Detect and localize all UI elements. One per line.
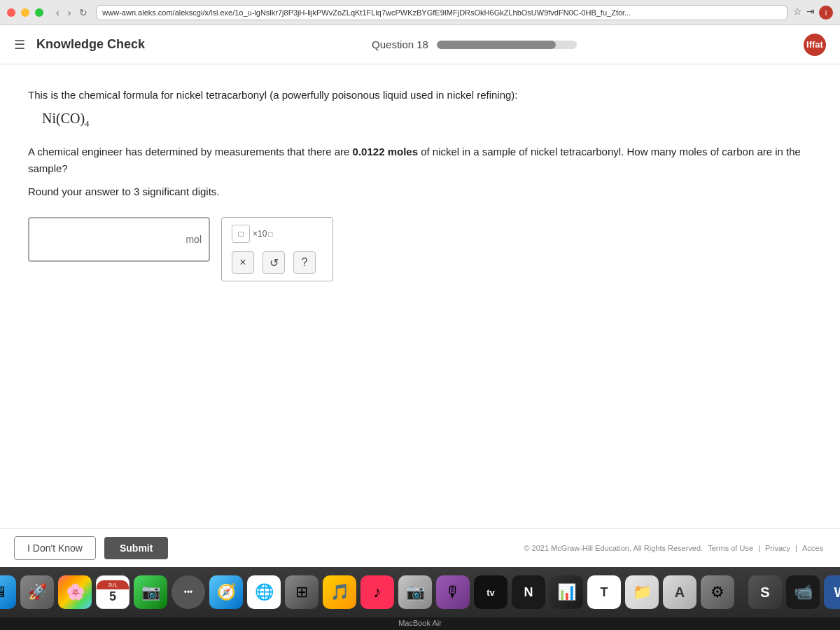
facetime-icon: 📷 xyxy=(141,583,160,601)
help-button[interactable]: ? xyxy=(293,251,316,274)
dock-stocks-n[interactable]: N xyxy=(512,575,545,609)
dock-notes[interactable]: 🎵 xyxy=(323,575,356,609)
question-label: Question 18 xyxy=(372,38,428,50)
dock-s-app[interactable]: S xyxy=(748,575,782,609)
sci-exponent: □ xyxy=(268,230,272,238)
launchpad-icon: 🚀 xyxy=(28,583,47,601)
sci-box: □ xyxy=(232,225,250,243)
terms-link[interactable]: Terms of Use xyxy=(708,544,753,552)
maximize-btn[interactable] xyxy=(35,8,43,17)
unit-label: mol xyxy=(186,234,202,245)
accessibility-icon: A xyxy=(675,584,685,601)
extension-icon[interactable]: ⇥ xyxy=(806,6,815,20)
progress-fill xyxy=(437,41,556,49)
url-bar[interactable]: www-awn.aleks.com/alekscgi/x/lsl.exe/1o_… xyxy=(96,5,788,20)
calendar-month: JUL xyxy=(97,580,129,589)
answer-input-box[interactable]: mol xyxy=(28,217,210,262)
dock-music[interactable]: ♪ xyxy=(360,575,394,609)
dock-more[interactable]: ••• xyxy=(172,575,205,609)
submit-button[interactable]: Submit xyxy=(104,537,168,559)
copyright-row: © 2021 McGraw-Hill Education. All Rights… xyxy=(524,544,826,552)
dock-tv[interactable]: tv xyxy=(474,575,507,609)
bars-icon: 📊 xyxy=(557,583,576,601)
tv-icon: tv xyxy=(486,587,495,598)
podcast-icon: 🎙 xyxy=(445,583,461,601)
photos2-icon: 📷 xyxy=(406,583,425,601)
gear-icon: ⚙ xyxy=(710,583,724,601)
dock-word[interactable]: W xyxy=(824,575,840,609)
undo-button[interactable]: ↺ xyxy=(262,251,285,274)
main-content: This is the chemical formula for nickel … xyxy=(0,64,840,528)
dock-label-row: MacBook Air xyxy=(0,617,840,630)
header-right: Iffat xyxy=(804,34,826,56)
answer-input[interactable] xyxy=(36,234,183,246)
sci-notation-row: □ ×10 □ xyxy=(232,225,323,243)
dock-grid[interactable]: ⊞ xyxy=(285,575,318,609)
finder-icon: 🖥 xyxy=(0,583,7,601)
access-link[interactable]: Acces xyxy=(802,544,823,552)
formula-block: Ni(CO)4 xyxy=(42,111,812,130)
question-body: A chemical engineer has determined by me… xyxy=(28,144,812,177)
dock-type[interactable]: T xyxy=(587,575,621,609)
dock-files[interactable]: 📁 xyxy=(625,575,659,609)
page-footer: I Don't Know Submit © 2021 McGraw-Hill E… xyxy=(0,528,840,567)
dock-settings[interactable]: ⚙ xyxy=(701,575,734,609)
bookmark-icon[interactable]: ☆ xyxy=(793,6,802,20)
profile-icon[interactable]: i xyxy=(819,6,833,20)
chrome-icon: 🌐 xyxy=(255,583,274,601)
dock-facetime[interactable]: 📷 xyxy=(134,575,167,609)
back-arrow[interactable]: ‹ xyxy=(53,6,62,20)
forward-arrow[interactable]: › xyxy=(65,6,74,20)
s-icon: S xyxy=(760,584,769,601)
word-icon: W xyxy=(834,584,840,601)
dock-label: MacBook Air xyxy=(398,619,442,627)
app-title: Knowledge Check xyxy=(36,37,145,52)
safari-icon: 🧭 xyxy=(217,583,236,601)
dock-finder[interactable]: 🖥 xyxy=(0,575,16,609)
keypad-buttons: × ↺ ? xyxy=(232,251,323,274)
keypad-box: □ ×10 □ × ↺ ? xyxy=(221,217,333,281)
copyright-text: © 2021 McGraw-Hill Education. All Rights… xyxy=(524,544,703,552)
header-center: Question 18 xyxy=(145,38,804,50)
camera-icon: 📹 xyxy=(794,583,813,601)
round-note: Round your answer to 3 significant digit… xyxy=(28,186,812,197)
refresh-icon[interactable]: ↻ xyxy=(76,6,90,20)
dock-podcast[interactable]: 🎙 xyxy=(436,575,470,609)
multiply-button[interactable]: × xyxy=(232,251,254,274)
progress-bar xyxy=(437,41,577,49)
formula-text: Ni(CO)4 xyxy=(42,111,90,126)
dont-know-button[interactable]: I Don't Know xyxy=(14,536,96,560)
dock-accessibility[interactable]: A xyxy=(663,575,696,609)
close-btn[interactable] xyxy=(7,8,15,17)
stocks-n-icon: N xyxy=(524,585,533,600)
user-avatar[interactable]: Iffat xyxy=(804,34,826,56)
music-icon: ♪ xyxy=(374,583,382,601)
notes-icon: 🎵 xyxy=(330,583,349,601)
calendar-day: 5 xyxy=(109,589,116,604)
type-icon: T xyxy=(601,585,608,600)
grid-icon: ⊞ xyxy=(295,583,308,601)
dock-photos2[interactable]: 📷 xyxy=(398,575,432,609)
dock-bars[interactable]: 📊 xyxy=(550,575,583,609)
dock-launchpad[interactable]: 🚀 xyxy=(20,575,54,609)
photos-icon: 🌸 xyxy=(66,583,85,601)
input-area: mol □ ×10 □ × ↺ ? xyxy=(28,217,812,281)
formula-subscript: 4 xyxy=(85,118,90,129)
privacy-link[interactable]: Privacy xyxy=(765,544,790,552)
url-text: www-awn.aleks.com/alekscgi/x/lsl.exe/1o_… xyxy=(102,8,631,17)
macos-dock: 🖥 🚀 🌸 JUL 5 📷 ••• 🧭 🌐 ⊞ 🎵 ♪ 📷 🎙 xyxy=(0,567,840,617)
dock-photos[interactable]: 🌸 xyxy=(58,575,92,609)
files-icon: 📁 xyxy=(633,583,652,601)
more-icon: ••• xyxy=(184,587,193,597)
minimize-btn[interactable] xyxy=(21,8,29,17)
browser-bar: ‹ › ↻ www-awn.aleks.com/alekscgi/x/lsl.e… xyxy=(0,0,840,25)
dock-chrome[interactable]: 🌐 xyxy=(247,575,281,609)
question-intro: This is the chemical formula for nickel … xyxy=(28,87,812,104)
dock-safari[interactable]: 🧭 xyxy=(209,575,243,609)
sci-times: ×10 xyxy=(253,229,267,239)
dock-camera[interactable]: 📹 xyxy=(786,575,820,609)
app-header: ☰ Knowledge Check Question 18 Iffat xyxy=(0,25,840,64)
dock-calendar[interactable]: JUL 5 xyxy=(96,575,130,609)
menu-icon[interactable]: ☰ xyxy=(14,37,25,52)
user-initials: Iffat xyxy=(806,39,823,50)
